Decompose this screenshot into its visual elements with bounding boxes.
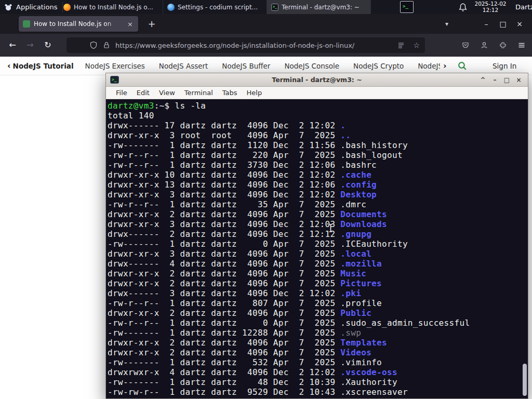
- terminal-line: -rw-r--r-- 1 dartz dartz 220 Apr 7 2025 …: [108, 150, 528, 160]
- site-nav-link[interactable]: NodeJS Console: [284, 62, 339, 70]
- site-nav-current[interactable]: NodeJS Tutorial: [13, 62, 74, 70]
- terminal-line: -rw-r--r-- 1 dartz dartz 807 Apr 7 2025 …: [108, 298, 528, 308]
- browser-tab-bar: How to Install Node.js on × + ▾ – □ ×: [0, 14, 532, 34]
- tab-title: How to Install Node.js on: [34, 20, 123, 28]
- menu-terminal[interactable]: Terminal: [180, 89, 218, 97]
- terminal-maximize-button[interactable]: □: [501, 76, 513, 84]
- terminal-line: drwxrwxr-x 4 dartz dartz 4096 Dec 2 12:0…: [108, 367, 528, 377]
- terminal-line: -rw-r--r-- 1 dartz dartz 0 Apr 7 2025 .s…: [108, 318, 528, 328]
- taskbar-item-label: Settings - codium script...: [178, 4, 258, 11]
- terminal-line: drwxr-xr-x 2 dartz dartz 4096 Apr 7 2025…: [108, 348, 528, 357]
- terminal-line: dartz@vm3:~$ ls -la: [108, 101, 528, 111]
- back-button[interactable]: ←: [4, 37, 21, 53]
- terminal-line: drwxr-xr-x 10 dartz dartz 4096 Dec 2 12:…: [108, 170, 528, 180]
- terminal-line: -rw------- 1 dartz dartz 12288 Apr 7 202…: [108, 328, 528, 338]
- terminal-scrollbar-thumb[interactable]: [523, 364, 527, 396]
- clock[interactable]: 2025-12-02 12:12: [472, 1, 509, 13]
- tray-terminal-icon[interactable]: [400, 1, 414, 13]
- terminal-line: total 140: [108, 111, 528, 121]
- browser-tab[interactable]: How to Install Node.js on ×: [19, 16, 138, 32]
- terminal-output: dartz@vm3:~$ ls -latotal 140drwx------ 1…: [108, 101, 528, 397]
- taskbar-item[interactable]: How to Install Node.js o...: [59, 0, 163, 14]
- terminal-line: drwxr-xr-x 2 dartz dartz 4096 Apr 7 2025…: [108, 209, 528, 219]
- url-text: https://www.geeksforgeeks.org/node-js/in…: [115, 42, 392, 49]
- site-nav-items: NodeJS ExercisesNodeJS AssertNodeJS Buff…: [85, 62, 450, 70]
- url-bar-actions: ☆: [392, 41, 425, 49]
- settings-icon: [167, 4, 175, 11]
- menu-edit[interactable]: Edit: [132, 89, 154, 97]
- menu-file[interactable]: File: [111, 89, 132, 97]
- nav-chevron-right-icon[interactable]: ›: [440, 57, 450, 75]
- terminal-line: drwxr-xr-x 3 root root 4096 Apr 7 2025 .…: [108, 130, 528, 140]
- reload-button[interactable]: ↻: [39, 37, 56, 53]
- search-icon[interactable]: [457, 61, 467, 73]
- clock-time: 12:12: [472, 7, 509, 14]
- site-nav-link[interactable]: NodeJS Assert: [159, 62, 208, 70]
- pocket-icon[interactable]: [459, 39, 472, 51]
- terminal-window: Terminal - dartz@vm3: ~ ^ – □ × FileEdit…: [105, 73, 528, 399]
- url-bar[interactable]: https://www.geeksforgeeks.org/node-js/in…: [66, 37, 425, 53]
- menu-tabs[interactable]: Tabs: [218, 89, 242, 97]
- terminal-line: drwx------ 17 dartz dartz 4096 Dec 2 12:…: [108, 121, 528, 130]
- list-tabs-icon[interactable]: ▾: [438, 20, 455, 28]
- menu-help[interactable]: Help: [242, 89, 267, 97]
- lock-icon[interactable]: [102, 41, 111, 49]
- terminal-menubar: FileEditViewTerminalTabsHelp: [106, 87, 528, 99]
- menu-hamburger-icon[interactable]: [515, 39, 528, 51]
- window-controls: ▾ – □ ×: [438, 14, 528, 34]
- extensions-icon[interactable]: [497, 39, 509, 51]
- terminal-line: -rw-r--r-- 1 dartz dartz 3730 Dec 2 12:0…: [108, 160, 528, 170]
- terminal-line: -rw-rw-r-- 1 dartz dartz 9529 Dec 2 10:4…: [108, 387, 528, 397]
- terminal-title: Terminal - dartz@vm3: ~: [106, 76, 528, 84]
- desktop: Applications How to Install Node.js o...…: [0, 0, 532, 399]
- new-tab-button[interactable]: +: [145, 18, 158, 29]
- terminal-line: drwxr-xr-x 2 dartz dartz 4096 Apr 7 2025…: [108, 269, 528, 278]
- user-menu[interactable]: Dartz: [515, 3, 532, 11]
- taskbar: How to Install Node.js o...Settings - co…: [59, 0, 371, 14]
- terminal-line: -rw------- 1 dartz dartz 532 Apr 7 2025 …: [108, 357, 528, 367]
- applications-menu-button[interactable]: Applications: [0, 0, 62, 14]
- tracking-protection-shield-icon[interactable]: [89, 41, 98, 49]
- reader-mode-icon[interactable]: [397, 41, 405, 49]
- terminal-line: drwxr-xr-x 2 dartz dartz 4096 Apr 7 2025…: [108, 278, 528, 288]
- terminal-titlebar[interactable]: Terminal - dartz@vm3: ~ ^ – □ ×: [106, 73, 528, 87]
- terminal-line: -rw------- 1 dartz dartz 1120 Dec 2 11:5…: [108, 140, 528, 150]
- window-close-button[interactable]: ×: [511, 20, 528, 28]
- window-minimize-button[interactable]: –: [478, 20, 495, 28]
- toolbar-right-icons: [459, 37, 528, 53]
- site-nav-link[interactable]: NodeJS Buffer: [222, 62, 270, 70]
- taskbar-item[interactable]: Terminal - dartz@vm3: ~: [267, 0, 371, 14]
- forward-button[interactable]: →: [22, 37, 38, 53]
- site-nav-link[interactable]: NodeJS Exercises: [85, 62, 145, 70]
- applications-icon: [4, 3, 12, 11]
- terminal-line: -rw------- 1 dartz dartz 48 Dec 2 10:39 …: [108, 377, 528, 387]
- nav-chevron-left-icon[interactable]: ‹: [0, 61, 13, 71]
- terminal-shade-button[interactable]: ^: [477, 76, 489, 84]
- terminal-line: drwxr-xr-x 3 dartz dartz 4096 Apr 7 2025…: [108, 249, 528, 259]
- terminal-icon: [271, 4, 278, 11]
- terminal-minimize-button[interactable]: –: [489, 76, 501, 84]
- applications-label: Applications: [16, 3, 57, 11]
- menu-view[interactable]: View: [154, 89, 180, 97]
- firefox-icon: [63, 4, 71, 11]
- tab-close-icon[interactable]: ×: [126, 20, 134, 28]
- terminal-line: drwxr-xr-x 2 dartz dartz 4096 Apr 7 2025…: [108, 338, 528, 348]
- taskbar-item[interactable]: Settings - codium script...: [163, 0, 267, 14]
- terminal-line: drwxr-xr-x 3 dartz dartz 4096 Dec 2 12:0…: [108, 190, 528, 200]
- account-icon[interactable]: [478, 39, 490, 51]
- terminal-close-button[interactable]: ×: [513, 76, 525, 84]
- browser-toolbar: ← → ↻ https://www.geeksforgeeks.org/node…: [0, 34, 532, 57]
- mouse-cursor-ibeam: [328, 223, 334, 235]
- notifications-bell-icon[interactable]: [458, 3, 468, 12]
- window-restore-button[interactable]: □: [495, 20, 511, 28]
- terminal-window-controls: ^ – □ ×: [477, 73, 525, 87]
- terminal-line: drwxr-xr-x 2 dartz dartz 4096 Apr 7 2025…: [108, 308, 528, 318]
- sign-in-button[interactable]: Sign In: [493, 62, 516, 70]
- terminal-screen[interactable]: dartz@vm3:~$ ls -latotal 140drwx------ 1…: [106, 99, 528, 398]
- site-favicon: [23, 20, 30, 28]
- site-nav-link[interactable]: NodeJS Crypto: [353, 62, 404, 70]
- terminal-line: drwx------ 2 dartz dartz 4096 Dec 2 12:1…: [108, 229, 528, 239]
- taskbar-item-label: Terminal - dartz@vm3: ~: [282, 4, 360, 11]
- bookmark-star-icon[interactable]: ☆: [413, 41, 420, 49]
- taskbar-item-label: How to Install Node.js o...: [74, 4, 153, 11]
